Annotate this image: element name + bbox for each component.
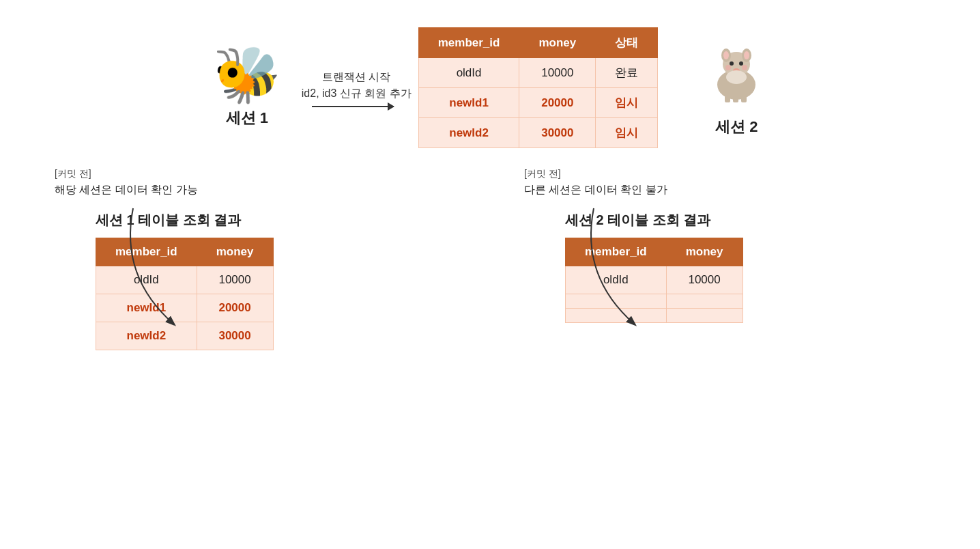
session1-area: 🐝 세션 1 (213, 48, 281, 128)
right-table-cell-id (566, 294, 667, 309)
right-arrow (312, 106, 394, 107)
main-table-header-status: 상태 (596, 28, 658, 58)
svg-rect-15 (733, 96, 738, 102)
main-table-header-member-id: member_id (418, 28, 519, 58)
left-table-row: newId1 20000 (96, 294, 274, 322)
main-table-cell-id: oldId (418, 58, 519, 88)
top-section: 🐝 세션 1 트랜잭션 시작 id2, id3 신규 회원 추가 member_… (0, 0, 980, 148)
left-note: 해당 세션은 데이터 확인 가능 (55, 183, 198, 197)
left-table-cell-money: 30000 (197, 322, 273, 350)
right-table-cell-money (666, 309, 743, 323)
right-table-row (566, 309, 743, 323)
left-table-section: 세션 1 테이블 조회 결과 member_id money oldId 100… (55, 208, 274, 350)
left-table-cell-id: newId1 (96, 294, 197, 322)
bee-icon: 🐝 (213, 48, 281, 102)
right-table-header-member-id: member_id (566, 238, 667, 266)
arrow-text: 트랜잭션 시작 id2, id3 신규 회원 추가 (302, 69, 412, 102)
main-table-cell-id: newId1 (418, 88, 519, 118)
svg-point-5 (744, 51, 749, 59)
right-table-cell-money: 10000 (666, 266, 743, 294)
main-table-row: oldId 10000 완료 (418, 58, 658, 88)
left-bracket-note: [커밋 전] (55, 167, 91, 180)
main-table-cell-money: 10000 (519, 58, 596, 88)
left-table-header-money: money (197, 238, 273, 266)
svg-point-12 (742, 65, 747, 70)
svg-point-7 (739, 61, 743, 66)
right-note: 다른 세션은 데이터 확인 불가 (524, 183, 667, 197)
svg-point-13 (726, 70, 747, 84)
bottom-half: [커밋 전] 해당 세션은 데이터 확인 가능 세션 1 테이블 조회 결과 m… (0, 167, 980, 350)
session2-area: 세션 2 (706, 38, 767, 137)
left-table: member_id money oldId 10000 newId1 20000… (96, 238, 274, 350)
right-table-section: 세션 2 테이블 조회 결과 member_id money oldId 100… (524, 208, 743, 323)
left-table-row: oldId 10000 (96, 266, 274, 294)
svg-point-4 (723, 51, 729, 59)
bottom-left-col: [커밋 전] 해당 세션은 데이터 확인 가능 세션 1 테이블 조회 결과 m… (41, 167, 470, 350)
main-table-cell-status: 완료 (596, 58, 658, 88)
left-table-cell-id: oldId (96, 266, 197, 294)
bottom-right-col: [커밋 전] 다른 세션은 데이터 확인 불가 세션 2 테이블 조회 결과 m… (470, 167, 939, 350)
right-table-row: oldId 10000 (566, 266, 743, 294)
main-container: 🐝 세션 1 트랜잭션 시작 id2, id3 신규 회원 추가 member_… (0, 0, 980, 549)
main-table-cell-id: newId2 (418, 118, 519, 148)
svg-point-6 (730, 61, 734, 66)
session1-label: 세션 1 (226, 108, 268, 128)
main-table-header-money: money (519, 28, 596, 58)
left-table-header-member-id: member_id (96, 238, 197, 266)
arrow-label-area: 트랜잭션 시작 id2, id3 신규 회원 추가 (302, 69, 412, 107)
main-table: member_id money 상태 oldId 10000 완료 newId1… (418, 27, 659, 148)
svg-point-11 (725, 65, 731, 70)
main-table-row: newId2 30000 임시 (418, 118, 658, 148)
right-table-cell-id (566, 309, 667, 323)
left-table-cell-money: 10000 (197, 266, 273, 294)
left-table-cell-id: newId2 (96, 322, 197, 350)
right-table-cell-id: oldId (566, 266, 667, 294)
right-result-title: 세션 2 테이블 조회 결과 (565, 211, 743, 229)
left-table-cell-money: 20000 (197, 294, 273, 322)
main-table-area: member_id money 상태 oldId 10000 완료 newId1… (418, 27, 659, 148)
main-table-cell-status: 임시 (596, 88, 658, 118)
svg-rect-16 (741, 96, 747, 102)
main-table-row: newId1 20000 임시 (418, 88, 658, 118)
session2-label: 세션 2 (715, 117, 758, 137)
right-table: member_id money oldId 10000 (565, 238, 743, 323)
right-bracket-note: [커밋 전] (524, 167, 561, 180)
alpaca-icon (706, 38, 767, 111)
main-table-cell-money: 20000 (519, 88, 596, 118)
right-table-cell-money (666, 294, 743, 309)
svg-rect-14 (725, 96, 730, 102)
left-result-title: 세션 1 테이블 조회 결과 (96, 211, 274, 229)
main-table-cell-status: 임시 (596, 118, 658, 148)
left-table-row: newId2 30000 (96, 322, 274, 350)
right-table-header-money: money (666, 238, 743, 266)
main-table-cell-money: 30000 (519, 118, 596, 148)
right-table-row (566, 294, 743, 309)
